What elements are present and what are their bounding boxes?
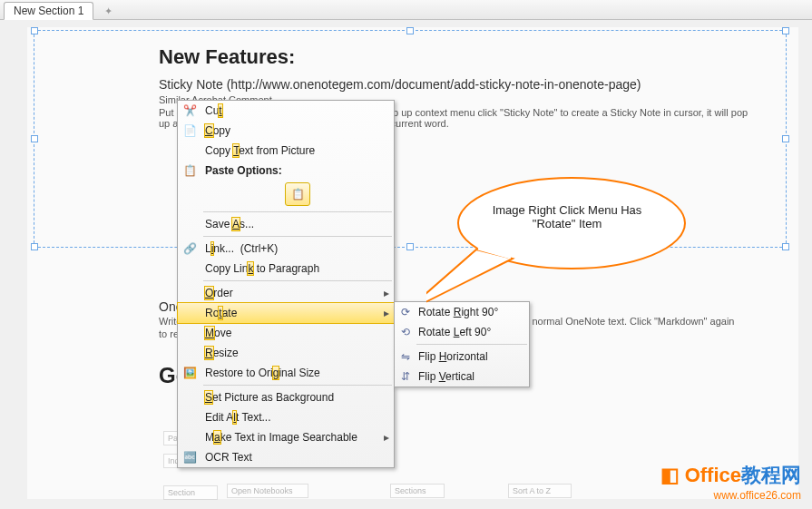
section-tab[interactable]: New Section 1 xyxy=(4,2,93,20)
cut-icon: ✂️ xyxy=(178,104,201,117)
clipboard-icon: 📋 xyxy=(291,188,305,201)
menu-resize[interactable]: Resize xyxy=(178,343,394,363)
menu-order[interactable]: Order ▸ xyxy=(178,283,394,303)
menu-set-picture-as-background[interactable]: Set Picture as Background xyxy=(178,387,394,407)
context-menu: ✂️ Cut 📄 Copy Copy Text from Picture 📋 P… xyxy=(177,100,395,468)
submenu-arrow-icon: ▸ xyxy=(379,307,394,319)
menu-rotate[interactable]: Rotate ▸ xyxy=(178,303,394,323)
callout-shape-icon xyxy=(426,172,699,327)
thumb-sections: Sections xyxy=(390,484,445,498)
menu-edit-alt-text[interactable]: Edit Alt Text... xyxy=(178,407,394,427)
menu-link[interactable]: 🔗 Link... (Ctrl+K) xyxy=(178,239,394,259)
paste-option-row: 📋 xyxy=(178,181,394,210)
paste-icon: 📋 xyxy=(178,164,201,177)
handle-s[interactable] xyxy=(406,243,414,250)
flip-vertical-icon: ⇵ xyxy=(395,370,416,383)
watermark-logo: ◧ Office教程网 www.office26.com xyxy=(660,462,801,502)
menu-save-as[interactable]: Save As... xyxy=(178,214,394,234)
separator xyxy=(203,385,392,386)
rotate-right-icon: ⟳ xyxy=(395,306,416,318)
tab-strip: New Section 1 ✦ xyxy=(0,0,812,20)
heading-new-features: New Features: xyxy=(159,45,295,69)
menu-copy-text-from-picture[interactable]: Copy Text from Picture xyxy=(178,141,394,161)
submenu-arrow-icon: ▸ xyxy=(379,287,394,299)
sticky-note-heading: Sticky Note (http://www.onenotegem.com/d… xyxy=(159,77,641,92)
menu-paste-options-header: 📋 Paste Options: xyxy=(178,161,394,181)
thumb-sort: Sort A to Z xyxy=(508,484,572,498)
submenu-flip-vertical[interactable]: ⇵ Flip Vertical xyxy=(395,367,529,387)
menu-restore-original-size[interactable]: 🖼️ Restore to Original Size xyxy=(178,363,394,383)
copy-icon: 📄 xyxy=(178,124,201,137)
ocr-icon: 🔤 xyxy=(178,451,201,464)
handle-e[interactable] xyxy=(782,135,789,142)
restore-icon: 🖼️ xyxy=(178,367,201,379)
separator xyxy=(203,211,392,212)
logo-text-1: Office xyxy=(685,464,741,486)
menu-ocr-text[interactable]: 🔤 OCR Text xyxy=(178,447,394,467)
separator xyxy=(203,236,392,237)
menu-move[interactable]: Move xyxy=(178,323,394,343)
logo-url: www.office26.com xyxy=(660,489,801,502)
handle-ne[interactable] xyxy=(782,27,789,34)
link-icon: 🔗 xyxy=(178,242,201,255)
submenu-flip-horizontal[interactable]: ⇋ Flip Horizontal xyxy=(395,347,529,367)
rotate-left-icon: ⟲ xyxy=(395,326,416,338)
handle-w[interactable] xyxy=(31,135,38,142)
callout-text: Image Right Click Menu Has "Rotate" Item xyxy=(476,203,658,230)
thumb-section: Section xyxy=(163,485,218,500)
callout-bubble: Image Right Click Menu Has "Rotate" Item xyxy=(426,172,690,281)
separator xyxy=(416,344,527,345)
menu-make-text-searchable[interactable]: Make Text in Image Searchable ▸ xyxy=(178,427,394,447)
menu-copy-link-to-paragraph[interactable]: Copy Link to Paragraph xyxy=(178,259,394,279)
handle-sw[interactable] xyxy=(31,243,38,250)
menu-copy[interactable]: 📄 Copy xyxy=(178,121,394,141)
flip-horizontal-icon: ⇋ xyxy=(395,350,416,363)
handle-nw[interactable] xyxy=(31,27,38,34)
submenu-arrow-icon: ▸ xyxy=(379,431,394,444)
logo-text-2: 教程网 xyxy=(741,464,801,486)
menu-cut[interactable]: ✂️ Cut xyxy=(178,101,394,121)
handle-n[interactable] xyxy=(406,27,414,34)
separator xyxy=(203,280,392,281)
handle-se[interactable] xyxy=(782,243,789,250)
paste-keep-source-button[interactable]: 📋 xyxy=(285,182,310,206)
new-tab-button[interactable]: ✦ xyxy=(99,4,118,19)
thumb-open-notebooks: Open Notebooks xyxy=(227,484,308,498)
